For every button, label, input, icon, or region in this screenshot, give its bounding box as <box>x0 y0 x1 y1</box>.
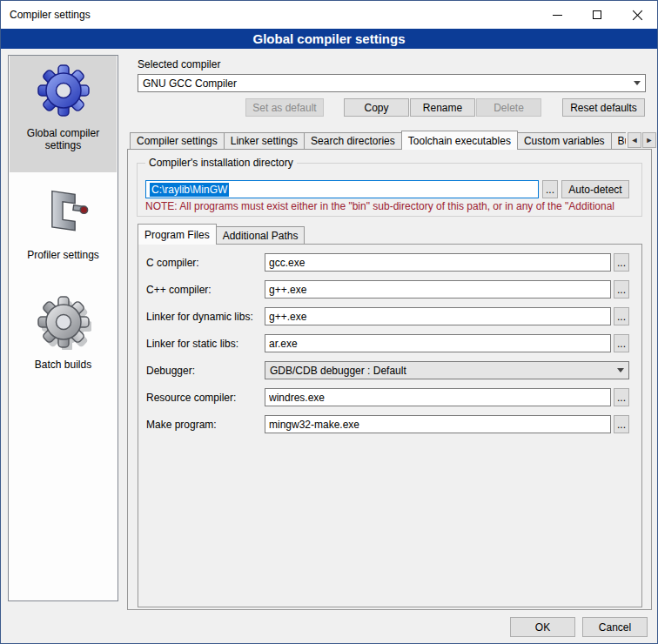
maximize-icon <box>593 10 601 19</box>
resource-compiler-label: Resource compiler: <box>146 392 236 404</box>
rename-button[interactable]: Rename <box>410 98 475 117</box>
make-program-label: Make program: <box>146 419 217 431</box>
delete-button: Delete <box>476 98 541 117</box>
tab-additional-paths[interactable]: Additional Paths <box>216 226 306 244</box>
dialog-header: Global compiler settings <box>1 29 657 49</box>
tab-program-files[interactable]: Program Files <box>138 224 217 245</box>
cpp-compiler-label: C++ compiler: <box>146 284 212 296</box>
sidebar-item-label: Profiler settings <box>15 249 112 261</box>
set-as-default-button: Set as default <box>245 98 324 117</box>
tab-build-options-truncated[interactable]: Buil <box>611 132 626 149</box>
gray-gear-icon <box>36 294 91 352</box>
debugger-value: GDB/CDB debugger : Default <box>265 365 613 377</box>
install-dir-browse-button[interactable]: ... <box>542 180 558 198</box>
tab-search-directories[interactable]: Search directories <box>304 132 402 149</box>
bin-subdirectory-note: NOTE: All programs must exist either in … <box>145 200 638 212</box>
sidebar-item-profiler-settings[interactable]: Profiler settings <box>10 178 117 282</box>
c-compiler-browse-button[interactable]: ... <box>614 253 629 272</box>
dialog-header-title: Global compiler settings <box>252 31 405 46</box>
linker-static-label: Linker for static libs: <box>146 338 238 350</box>
chevron-down-icon <box>629 75 645 91</box>
sidebar-item-label: Batch builds <box>15 359 112 371</box>
resource-compiler-browse-button[interactable]: ... <box>614 388 629 406</box>
resource-compiler-input[interactable] <box>265 388 611 406</box>
chevron-down-icon <box>613 362 628 379</box>
ok-button[interactable]: OK <box>510 617 575 637</box>
profiler-clamp-icon <box>37 184 90 242</box>
copy-button[interactable]: Copy <box>344 98 409 117</box>
linker-dynamic-browse-button[interactable]: ... <box>614 307 629 325</box>
linker-dynamic-input[interactable] <box>265 307 611 325</box>
compiler-settings-dialog: Compiler settings Global compiler settin… <box>0 0 658 644</box>
cancel-button[interactable]: Cancel <box>582 617 648 637</box>
selected-compiler-dropdown[interactable]: GNU GCC Compiler <box>138 74 646 92</box>
program-files-tabs: Program Files Additional Paths <box>138 224 304 245</box>
maximize-button[interactable] <box>577 1 617 29</box>
minimize-icon <box>553 15 562 16</box>
close-button[interactable] <box>617 1 657 29</box>
tab-linker-settings[interactable]: Linker settings <box>224 132 305 149</box>
tab-compiler-settings[interactable]: Compiler settings <box>130 132 225 149</box>
compiler-settings-tabs: Compiler settings Linker settings Search… <box>130 131 626 150</box>
debugger-dropdown[interactable]: GDB/CDB debugger : Default <box>265 361 629 379</box>
sidebar-item-batch-builds[interactable]: Batch builds <box>10 287 117 392</box>
tab-custom-variables[interactable]: Custom variables <box>517 132 612 149</box>
selected-compiler-value: GNU GCC Compiler <box>138 77 629 90</box>
linker-dynamic-label: Linker for dynamic libs: <box>146 311 253 323</box>
install-dir-selected-text: C:\raylib\MinGW <box>150 183 229 197</box>
debugger-label: Debugger: <box>146 365 195 377</box>
c-compiler-input[interactable] <box>265 253 611 272</box>
window-title: Compiler settings <box>10 9 537 21</box>
blue-gear-icon <box>36 63 91 120</box>
sidebar-item-label: Global compiler settings <box>15 127 112 151</box>
cpp-compiler-input[interactable] <box>265 280 611 299</box>
tab-scroll-left-button[interactable]: ◄ <box>628 132 641 148</box>
sidebar-item-global-compiler-settings[interactable]: Global compiler settings <box>10 56 117 172</box>
tab-scroll-right-button[interactable]: ► <box>642 132 656 148</box>
linker-static-input[interactable] <box>265 334 611 352</box>
selected-compiler-label: Selected compiler <box>138 58 220 70</box>
c-compiler-label: C compiler: <box>146 257 199 269</box>
settings-category-list: Global compiler settings Pr <box>8 55 118 601</box>
close-icon <box>632 10 643 21</box>
minimize-button[interactable] <box>537 1 577 29</box>
titlebar[interactable]: Compiler settings <box>1 1 657 29</box>
make-program-input[interactable] <box>265 415 611 433</box>
installation-directory-group-label: Compiler's installation directory <box>145 157 297 169</box>
linker-static-browse-button[interactable]: ... <box>614 334 629 352</box>
cpp-compiler-browse-button[interactable]: ... <box>614 280 629 299</box>
make-program-browse-button[interactable]: ... <box>614 415 629 433</box>
reset-defaults-button[interactable]: Reset defaults <box>562 98 645 117</box>
install-dir-input[interactable]: C:\raylib\MinGW <box>145 180 539 198</box>
tab-toolchain-executables[interactable]: Toolchain executables <box>401 131 518 150</box>
auto-detect-button[interactable]: Auto-detect <box>561 180 629 198</box>
